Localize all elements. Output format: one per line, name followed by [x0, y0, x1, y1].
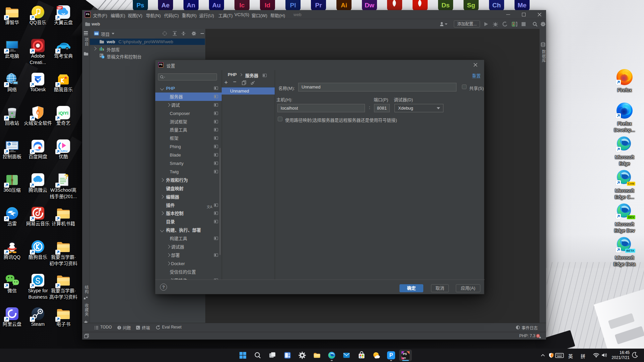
svg-text:OUKU: OUKU — [59, 149, 67, 153]
svg-text:?: ? — [64, 173, 69, 180]
svg-text:iQIYI: iQIYI — [58, 111, 68, 116]
